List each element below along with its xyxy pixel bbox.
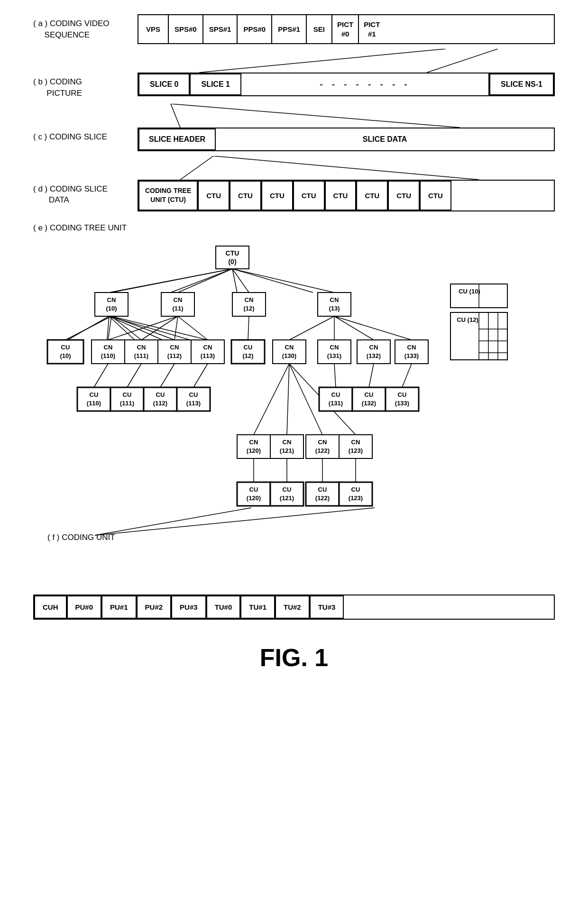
- section-c-boxes: SLICE HEADER SLICE DATA: [138, 128, 555, 151]
- svg-line-34: [127, 364, 141, 387]
- box-ctu-7: CTU: [388, 181, 420, 210]
- svg-line-42: [369, 364, 374, 387]
- section-a-content: VPS SPS#0 SPS#1 PPS#0 PPS#1 SEI PICT#0 P…: [138, 14, 555, 44]
- svg-text:CU: CU: [123, 391, 132, 398]
- box-slice-data: SLICE DATA: [216, 128, 554, 150]
- svg-text:(110): (110): [87, 400, 101, 407]
- box-tu3: TU#3: [310, 595, 344, 619]
- section-a-boxes: VPS SPS#0 SPS#1 PPS#0 PPS#1 SEI PICT#0 P…: [138, 14, 555, 44]
- tree-svg: CTU (0) CN (10) CN (11) CN (12) CN (13): [33, 237, 555, 592]
- svg-text:CN: CN: [137, 344, 146, 351]
- svg-text:CU: CU: [61, 344, 70, 351]
- svg-text:(122): (122): [315, 447, 330, 454]
- svg-text:(121): (121): [280, 447, 294, 454]
- section-e-wrapper: ( e ) CODING TREE UNIT: [33, 223, 555, 592]
- svg-text:(133): (133): [395, 400, 409, 407]
- connector-c-d-svg: [33, 156, 555, 180]
- box-tu1: TU#1: [240, 595, 275, 619]
- box-sps0: SPS#0: [169, 15, 203, 43]
- box-sps1: SPS#1: [203, 15, 238, 43]
- svg-text:(130): (130): [282, 352, 296, 359]
- svg-line-32: [334, 316, 412, 340]
- svg-text:CU: CU: [90, 391, 99, 398]
- svg-text:(123): (123): [349, 447, 363, 454]
- svg-line-38: [287, 364, 289, 435]
- svg-text:(113): (113): [186, 400, 201, 407]
- box-ctu-4: CTU: [293, 181, 325, 210]
- connector-a-b: [33, 49, 555, 73]
- svg-text:CN: CN: [203, 344, 212, 351]
- svg-text:CU: CU: [156, 391, 165, 398]
- svg-text:(13): (13): [329, 305, 340, 312]
- box-pu3: PU#3: [171, 595, 206, 619]
- box-pu0: PU#0: [67, 595, 102, 619]
- svg-text:CU: CU: [244, 344, 253, 351]
- connector-c-d: [33, 156, 555, 180]
- connector-a-b-svg: [33, 49, 555, 73]
- svg-line-36: [193, 364, 208, 387]
- svg-text:CN: CN: [369, 344, 378, 351]
- svg-text:(0): (0): [228, 258, 236, 265]
- diagram-container: ( a ) CODING VIDEO SEQUENCE VPS SPS#0 SP…: [33, 14, 555, 620]
- slice-dashes: - - - - - - - -: [241, 73, 489, 95]
- section-b-label: ( b ) CODING PICTURE: [33, 73, 138, 99]
- svg-line-29: [289, 316, 334, 340]
- section-c-label: ( c ) CODING SLICE: [33, 128, 138, 143]
- section-b-content: SLICE 0 SLICE 1 - - - - - - - - SLICE NS…: [138, 73, 555, 96]
- box-tu2: TU#2: [275, 595, 310, 619]
- svg-text:(111): (111): [120, 400, 134, 407]
- svg-line-43: [402, 364, 412, 387]
- tree-diagram-container: CTU (0) CN (10) CN (11) CN (12) CN (13): [33, 237, 555, 592]
- section-d: ( d ) CODING SLICE DATA CODING TREEUNIT …: [33, 180, 555, 211]
- svg-text:(121): (121): [280, 494, 294, 502]
- svg-text:(133): (133): [404, 352, 419, 359]
- svg-text:(10): (10): [60, 352, 71, 359]
- svg-text:CU: CU: [331, 391, 340, 398]
- svg-line-1: [427, 49, 498, 73]
- svg-text:(132): (132): [367, 352, 381, 359]
- section-b-boxes: SLICE 0 SLICE 1 - - - - - - - - SLICE NS…: [138, 73, 555, 96]
- svg-line-24: [108, 316, 178, 340]
- box-ctu-8: CTU: [420, 181, 451, 210]
- svg-line-9: [232, 269, 313, 293]
- svg-text:CTU: CTU: [226, 249, 239, 257]
- svg-text:CU: CU: [249, 486, 258, 493]
- connector-b-c-svg: [33, 104, 555, 128]
- section-a: ( a ) CODING VIDEO SEQUENCE VPS SPS#0 SP…: [33, 14, 555, 44]
- svg-line-41: [334, 364, 336, 387]
- svg-text:(12): (12): [242, 352, 253, 359]
- svg-text:(131): (131): [329, 400, 343, 407]
- box-ctu-label: CODING TREEUNIT (CTU): [138, 181, 198, 210]
- section-c: ( c ) CODING SLICE SLICE HEADER SLICE DA…: [33, 128, 555, 151]
- section-b: ( b ) CODING PICTURE SLICE 0 SLICE 1 - -…: [33, 73, 555, 99]
- box-ctu-5: CTU: [325, 181, 357, 210]
- svg-text:CN: CN: [170, 344, 179, 351]
- svg-line-15: [111, 269, 232, 293]
- svg-text:CU: CU: [351, 486, 360, 493]
- svg-text:(123): (123): [349, 494, 363, 502]
- section-e-label: ( e ) CODING TREE UNIT: [33, 223, 555, 233]
- svg-line-4: [180, 156, 213, 180]
- svg-text:(131): (131): [327, 352, 341, 359]
- svg-text:(11): (11): [172, 305, 183, 312]
- svg-line-151: [95, 508, 375, 535]
- box-pu1: PU#1: [101, 595, 137, 619]
- svg-line-33: [94, 364, 108, 387]
- svg-line-35: [160, 364, 175, 387]
- section-d-content: CODING TREEUNIT (CTU) CTU CTU CTU CTU CT…: [138, 180, 555, 211]
- box-pu2: PU#2: [137, 595, 172, 619]
- svg-line-5: [213, 156, 479, 180]
- svg-text:(112): (112): [153, 400, 167, 407]
- box-ctu-2: CTU: [230, 181, 261, 210]
- svg-text:(10): (10): [106, 305, 117, 312]
- section-d-boxes: CODING TREEUNIT (CTU) CTU CTU CTU CTU CT…: [138, 180, 555, 211]
- svg-text:CN: CN: [174, 296, 183, 303]
- svg-text:CU: CU: [283, 486, 292, 493]
- svg-line-150: [95, 508, 251, 535]
- svg-text:CN: CN: [283, 439, 292, 446]
- svg-text:CN: CN: [330, 296, 339, 303]
- svg-line-28: [248, 316, 249, 340]
- box-pict1: PICT#1: [359, 15, 385, 43]
- section-f-boxes: CUH PU#0 PU#1 PU#2 PU#3 TU#0 TU#1 TU#2 T…: [33, 595, 555, 620]
- box-ctu-6: CTU: [356, 181, 388, 210]
